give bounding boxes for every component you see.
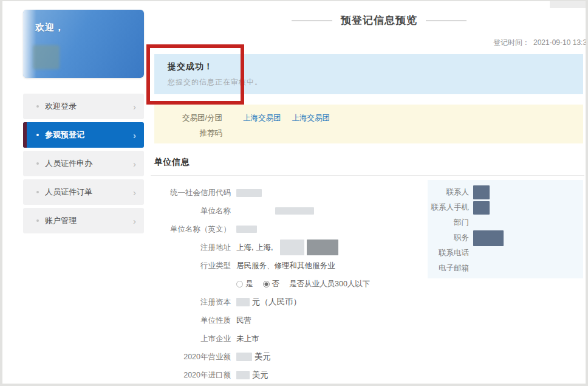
registration-time: 登记时间：2021-09-10 13:30:58 [493,38,588,48]
bullet-icon [36,219,39,222]
field-staff-under-300: 是 否 是否从业人员300人以下 [154,275,428,293]
welcome-banner: 欢迎， [23,10,144,78]
chevron-right-icon: › [133,188,144,197]
field-company-name-en: 单位名称（英文） [154,220,428,238]
redacted-username [33,45,60,69]
title-line-right [426,20,467,21]
delegation-group-link[interactable]: 上海交易团 [243,113,281,123]
bullet-icon [36,162,39,165]
page-title-block: 预登记信息预览 [292,13,467,27]
referral-code-label: 推荐码 [154,128,222,139]
sidebar: 欢迎， 欢迎登录 › 参观预登记 › 人员证件申办 › 人员证件订单 [23,10,144,78]
field-job-title: 职务 [428,230,583,246]
field-registered-capital: 注册资本 元（人民币） [154,293,428,311]
chevron-right-icon: › [133,131,144,140]
radio-yes[interactable] [236,281,243,288]
chevron-right-icon: › [133,216,144,226]
redacted-value [236,353,252,361]
alert-title: 提交成功！ [168,61,583,72]
redacted-value [236,298,250,306]
chevron-right-icon: › [133,159,144,168]
registration-time-value: 2021-09-10 13:30:58 [533,38,588,47]
field-contact-person: 联系人 [428,185,583,200]
redacted-value [473,230,504,246]
redacted-value [280,240,304,255]
sidebar-item-account-management[interactable]: 账户管理 › [23,208,144,233]
delegation-subgroup-link[interactable]: 上海交易团 [292,113,330,123]
field-2020-import: 2020年进口额 美元 [154,366,428,384]
bullet-icon [36,191,39,193]
field-listed-company: 上市企业 未上市 [154,329,428,348]
sidebar-item-welcome-login[interactable]: 欢迎登录 › [23,94,144,119]
field-company-name: 单位名称 [154,202,428,220]
redacted-value [473,201,490,215]
redacted-value [236,226,257,233]
redacted-value [236,371,250,379]
delegation-group-label: 交易团/分团 [154,113,222,123]
radio-no-selected[interactable] [263,281,270,288]
contact-panel: 联系人 联系人手机 部门 职务 联系电话 电子邮箱 [428,180,583,278]
redacted-value [473,185,490,199]
success-alert: 提交成功！ 您提交的信息正在审核中。 [154,54,583,94]
field-department: 部门 [428,215,583,230]
registration-time-label: 登记时间： [493,38,530,47]
page: 预登记信息预览 登记时间：2021-09-10 13:30:58 欢迎， 欢迎登… [0,0,588,386]
field-contact-phone: 联系电话 [428,246,583,261]
title-line-left [292,20,332,21]
browser-corner-sliver [550,1,588,8]
sidebar-item-personnel-badge-orders[interactable]: 人员证件订单 › [23,179,144,205]
field-2020-revenue: 2020年营业额 美元 [154,348,428,366]
company-form: 统一社会信用代码 单位名称 单位名称（英文） 注册地址 上海, 上海, 行业类型… [154,184,428,384]
page-title: 预登记信息预览 [341,13,417,27]
company-section-title: 单位信息 [154,157,190,168]
bullet-icon [36,134,39,136]
sidebar-item-label: 人员证件订单 [45,187,92,198]
delegation-group-row: 交易团/分团 上海交易团 上海交易团 [154,111,583,126]
field-contact-mobile: 联系人手机 [428,200,583,215]
staff-question-text: 是否从业人员300人以下 [289,279,370,289]
referral-code-row: 推荐码 [154,126,583,141]
redacted-value [307,240,338,255]
welcome-text: 欢迎， [35,22,64,33]
field-registered-address: 注册地址 上海, 上海, [154,238,428,257]
sidebar-item-personnel-badge-application[interactable]: 人员证件申办 › [23,151,144,176]
redacted-value [275,207,314,215]
alert-message: 您提交的信息正在审核中。 [168,77,583,88]
chevron-right-icon: › [133,102,144,111]
bullet-icon [36,105,39,108]
field-industry-type: 行业类型 居民服务、修理和其他服务业 [154,257,428,275]
field-email: 电子邮箱 [428,261,583,276]
redacted-value [236,189,262,197]
field-credit-code: 统一社会信用代码 [154,184,428,202]
sidebar-item-label: 参观预登记 [45,129,84,140]
sidebar-item-label: 人员证件申办 [45,158,92,169]
section-divider [151,175,584,176]
delegation-panel: 交易团/分团 上海交易团 上海交易团 推荐码 [154,105,583,143]
sidebar-item-label: 账户管理 [45,215,77,226]
sidebar-item-label: 欢迎登录 [45,101,77,112]
sidebar-menu: 欢迎登录 › 参观预登记 › 人员证件申办 › 人员证件订单 › 账户管理 [23,94,144,236]
field-company-ownership: 单位性质 民营 [154,311,428,329]
sidebar-item-visit-preregistration[interactable]: 参观预登记 › [23,122,144,148]
